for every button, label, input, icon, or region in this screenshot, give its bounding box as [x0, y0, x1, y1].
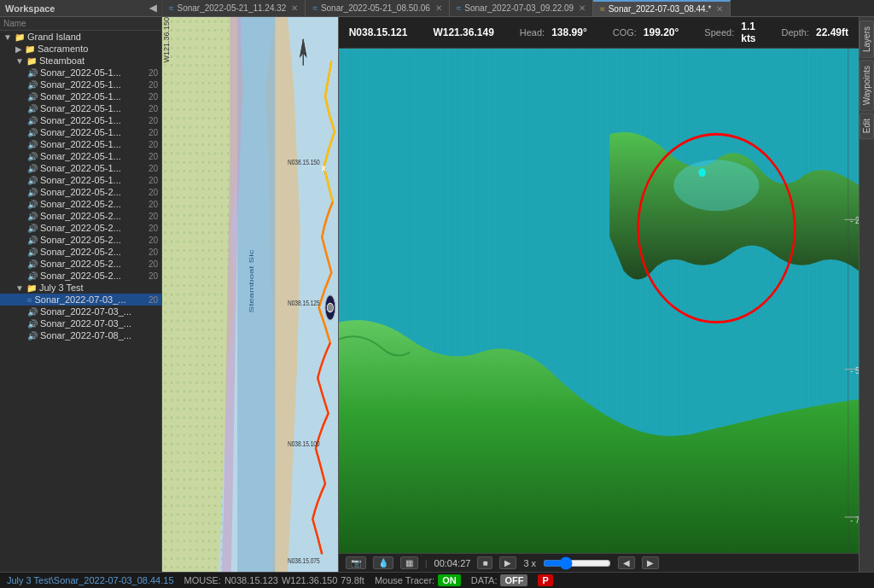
next-button[interactable]: ▶	[642, 556, 659, 569]
tab4-close[interactable]: ✕	[716, 4, 723, 14]
map-view[interactable]: ✕ N038.15.150 N038.15.125 N038.15.100 N0…	[162, 17, 339, 572]
list-item[interactable]: 🔊Sonar_2022-05-2...20	[0, 270, 161, 282]
sonar-icon: 🔊	[27, 247, 38, 257]
sidebar-tree[interactable]: ▼ 📁 Grand Island ▶ 📁 Sacramento ▼ 📁 Stea…	[0, 31, 161, 572]
sonar-icon: 🔊	[27, 92, 38, 102]
sonar-icon: 🔊	[27, 307, 38, 317]
sonar-label: Sonar_2022-07-08_...	[40, 330, 158, 341]
folder-icon: 📁	[15, 32, 25, 42]
status-bar: July 3 Test\Sonar_2022-07-03_08.44.15 MO…	[0, 572, 874, 588]
drop-button[interactable]: 💧	[373, 556, 393, 569]
sonar-icon: 🔊	[27, 116, 38, 125]
film-button[interactable]: ▦	[400, 556, 418, 569]
list-item[interactable]: 🔊Sonar_2022-07-03_...	[0, 306, 161, 317]
sonar-num: 20	[149, 128, 158, 137]
next-icon: ▶	[647, 558, 654, 568]
prev-icon: ◀	[623, 558, 630, 568]
list-item[interactable]: 🔊Sonar_2022-05-2...20	[0, 234, 161, 246]
sonar-label: Sonar_2022-05-2...	[40, 247, 146, 257]
grand-island-label: Grand Island	[27, 32, 158, 42]
sonar-icon: 🔊	[27, 188, 38, 197]
p-button[interactable]: P	[538, 574, 552, 586]
list-item[interactable]: 🔊Sonar_2022-05-2...20	[0, 258, 161, 270]
list-item-selected[interactable]: ≈ Sonar_2022-07-03_... 20	[0, 294, 161, 306]
file-path: July 3 Test\Sonar_2022-07-03_08.44.15	[7, 575, 174, 585]
sonar-label: Sonar_2022-05-2...	[40, 211, 146, 221]
sonar-active-icon: ≈	[27, 295, 32, 305]
list-item[interactable]: 🔊Sonar_2022-05-1...20	[0, 79, 161, 90]
sonar-icon: 🔊	[27, 140, 38, 149]
edit-button[interactable]: Edit	[859, 113, 874, 139]
list-item[interactable]: 🔊Sonar_2022-05-1...20	[0, 138, 161, 150]
list-item[interactable]: 🔊Sonar_2022-05-1...20	[0, 114, 161, 126]
sonar-label: Sonar_2022-07-03_...	[40, 306, 158, 317]
tabs-bar: ≈ Sonar_2022-05-21_11.24.32 ✕ ≈ Sonar_20…	[162, 0, 874, 17]
sonar-num: 20	[149, 188, 158, 197]
depth-label: Depth:	[782, 27, 809, 38]
list-item[interactable]: 🔊Sonar_2022-05-2...20	[0, 222, 161, 234]
main-area: Workspace ◀ Name ▼ 📁 Grand Island ▶ 📁 Sa…	[0, 0, 874, 572]
speed-slider[interactable]	[543, 557, 611, 569]
sidebar-item-grand-island[interactable]: ▼ 📁 Grand Island	[0, 31, 161, 43]
list-item[interactable]: 🔊Sonar_2022-05-1...20	[0, 102, 161, 114]
sonar-icon: 🔊	[27, 164, 38, 173]
sidebar-item-july3-test[interactable]: ▼ 📁 July 3 Test	[0, 282, 161, 294]
tab-sonar-2[interactable]: ≈ Sonar_2022-05-21_08.50.06 ✕	[306, 0, 449, 16]
tab-sonar-3[interactable]: ≈ Sonar_2022-07-03_09.22.09 ✕	[450, 0, 593, 16]
list-item[interactable]: 🔊Sonar_2022-05-1...20	[0, 162, 161, 174]
cog-value: 199.20°	[644, 26, 679, 38]
tab1-close[interactable]: ✕	[291, 3, 298, 13]
list-item[interactable]: 🔊Sonar_2022-05-2...20	[0, 186, 161, 198]
workspace-label: Workspace	[5, 3, 55, 14]
list-item[interactable]: 🔊Sonar_2022-05-1...20	[0, 67, 161, 79]
play-icon: ▶	[504, 558, 511, 568]
svg-point-19	[673, 160, 759, 211]
tracer-status: Mouse Tracer: ON	[375, 574, 461, 586]
sonar-num: 20	[149, 68, 158, 78]
tab-sonar-1[interactable]: ≈ Sonar_2022-05-21_11.24.32 ✕	[162, 0, 306, 16]
list-item[interactable]: 🔊Sonar_2022-05-1...20	[0, 126, 161, 138]
lon-value: W121.36.149	[433, 26, 493, 38]
sidebar-item-steamboat[interactable]: ▼ 📁 Steamboat	[0, 55, 161, 67]
drop-icon: 💧	[378, 558, 388, 568]
sonar-num: 20	[149, 236, 158, 245]
sonar-icon: 🔊	[27, 128, 38, 137]
edit-label: Edit	[862, 119, 871, 133]
data-value[interactable]: OFF	[500, 574, 527, 586]
data-status: DATA: OFF	[471, 574, 528, 586]
list-item[interactable]: 🔊Sonar_2022-05-1...20	[0, 150, 161, 162]
playback-time: 00:04:27	[434, 558, 471, 568]
sonar-icon: 🔊	[27, 224, 38, 233]
list-item[interactable]: 🔊Sonar_2022-07-03_...	[0, 317, 161, 329]
waypoints-button[interactable]: Waypoints	[859, 60, 874, 111]
folder-icon-3: 📁	[26, 56, 37, 66]
play-button[interactable]: ▶	[499, 556, 516, 569]
prev-button[interactable]: ◀	[618, 556, 635, 569]
tab2-close[interactable]: ✕	[435, 3, 442, 13]
sonar-active-label: Sonar_2022-07-03_...	[35, 294, 146, 305]
data-label: DATA:	[471, 575, 498, 585]
list-item[interactable]: 🔊Sonar_2022-05-2...20	[0, 246, 161, 258]
list-item[interactable]: 🔊Sonar_2022-05-2...20	[0, 198, 161, 210]
sidebar-item-sacramento[interactable]: ▶ 📁 Sacramento	[0, 43, 161, 55]
list-item[interactable]: 🔊Sonar_2022-05-2...20	[0, 210, 161, 222]
head-label: Head:	[520, 27, 545, 38]
sonar-icon: 🔊	[27, 259, 38, 269]
mouse-label: MOUSE:	[184, 575, 221, 585]
tracer-value[interactable]: ON	[438, 574, 461, 586]
sonar-label: Sonar_2022-05-2...	[40, 187, 146, 197]
sonar-icon: 🔊	[27, 152, 38, 161]
layers-button[interactable]: Layers	[859, 20, 874, 58]
stop-button[interactable]: ■	[477, 556, 492, 569]
tab3-close[interactable]: ✕	[579, 3, 586, 13]
sidebar-collapse-icon[interactable]: ◀	[149, 3, 156, 14]
sonar-label: Sonar_2022-05-2...	[40, 223, 146, 233]
svg-point-5	[327, 303, 333, 311]
list-item[interactable]: 🔊Sonar_2022-05-1...20	[0, 90, 161, 102]
tab-sonar-4-active[interactable]: ≈ Sonar_2022-07-03_08.44.* ✕	[593, 0, 731, 16]
layers-label: Layers	[862, 26, 871, 52]
list-item[interactable]: 🔊Sonar_2022-07-08_...	[0, 329, 161, 341]
list-item[interactable]: 🔊Sonar_2022-05-1...20	[0, 174, 161, 186]
sonar-image[interactable]: - 25 - 50 - 75	[339, 49, 859, 553]
camera-button[interactable]: 📷	[346, 556, 366, 569]
